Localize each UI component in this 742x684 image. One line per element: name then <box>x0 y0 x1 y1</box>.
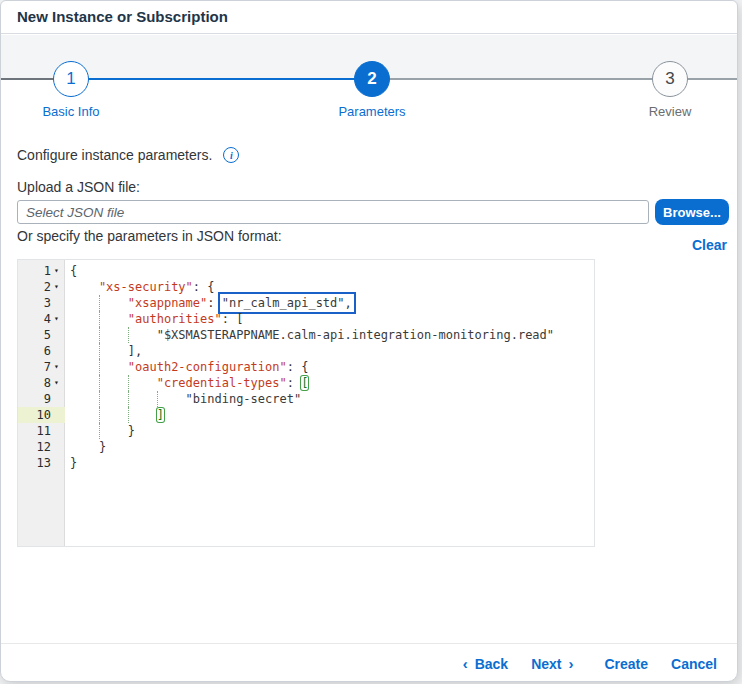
chevron-left-icon: ‹ <box>463 656 468 671</box>
new-instance-dialog: New Instance or Subscription 1 2 3 Basic… <box>0 0 738 682</box>
code-text: : [ <box>222 312 244 326</box>
fold-arrow-icon[interactable]: ▾ <box>51 311 62 327</box>
line-number: 12 <box>37 439 51 455</box>
code-text: } <box>99 440 106 454</box>
line-number: 13 <box>37 455 51 471</box>
gutter-cell: 2▾ <box>18 279 65 295</box>
dialog-footer: ‹ Back Next › Create Cancel <box>1 643 737 682</box>
clear-link[interactable]: Clear <box>692 237 727 253</box>
code-text: : <box>287 376 301 390</box>
line-number: 11 <box>37 423 51 439</box>
indent-guide <box>99 295 128 311</box>
code-text: } <box>128 424 135 438</box>
editor-lines: 1▾{2▾"xs-security": {3"xsappname": "nr_c… <box>18 263 594 471</box>
indent-guide <box>99 343 128 359</box>
code-line: 7▾"oauth2-configuration": { <box>18 359 594 375</box>
step-label-basic-info[interactable]: Basic Info <box>42 104 99 119</box>
indent <box>70 279 99 295</box>
gutter-cell: 10 <box>18 407 65 423</box>
gutter-cell: 5 <box>18 327 65 343</box>
next-button[interactable]: Next › <box>531 656 573 672</box>
code-content: ] <box>65 407 164 423</box>
line-number: 5 <box>44 327 51 343</box>
indent <box>70 407 99 423</box>
indent-guide <box>99 407 128 423</box>
code-content: "oauth2-configuration": { <box>65 359 308 375</box>
wizard-track-completed <box>53 78 372 80</box>
json-string: "binding-secret" <box>186 392 302 406</box>
code-text: } <box>70 456 77 470</box>
step-circle-basic-info[interactable]: 1 <box>53 61 89 97</box>
line-number: 1 <box>44 263 51 279</box>
line-number: 7 <box>44 359 51 375</box>
fold-arrow-icon[interactable]: ▾ <box>51 279 62 295</box>
browse-button[interactable]: Browse... <box>655 199 729 225</box>
code-line: 13} <box>18 455 594 471</box>
code-line: 2▾"xs-security": { <box>18 279 594 295</box>
code-line: 11} <box>18 423 594 439</box>
indent <box>70 423 99 439</box>
gutter-cell: 8▾ <box>18 375 65 391</box>
code-line: 10] <box>18 407 594 423</box>
gutter-cell: 7▾ <box>18 359 65 375</box>
highlighted-value: "nr_calm_api_std", <box>222 296 352 310</box>
step-label-parameters[interactable]: Parameters <box>338 104 405 119</box>
code-line: 8▾"credential-types": [ <box>18 375 594 391</box>
matching-bracket: ] <box>157 408 164 422</box>
back-button[interactable]: ‹ Back <box>463 656 508 672</box>
indent-guide <box>99 359 128 375</box>
cancel-button[interactable]: Cancel <box>671 656 717 672</box>
gutter-cell: 9 <box>18 391 65 407</box>
code-line: 1▾{ <box>18 263 594 279</box>
step-circle-parameters[interactable]: 2 <box>354 61 390 97</box>
indent-guide <box>128 375 157 391</box>
indent-guide <box>99 391 128 407</box>
code-line: 4▾"authorities": [ <box>18 311 594 327</box>
info-icon[interactable]: i <box>223 147 239 163</box>
code-content: } <box>65 423 135 439</box>
dialog-header: New Instance or Subscription <box>1 1 737 34</box>
code-line: 9"binding-secret" <box>18 391 594 407</box>
instructions-text: Configure instance parameters. <box>17 147 212 163</box>
code-text: : { <box>287 360 309 374</box>
code-content: "$XSMASTERAPPNAME.calm-api.integration-m… <box>65 327 554 343</box>
line-number: 3 <box>44 295 51 311</box>
fold-arrow-icon[interactable]: ▾ <box>51 359 62 375</box>
json-key: "credential-types" <box>157 376 287 390</box>
code-content: "xs-security": { <box>65 279 215 295</box>
code-line: 3"xsappname": "nr_calm_api_std", <box>18 295 594 311</box>
json-key: "xs-security" <box>99 280 193 294</box>
code-text: { <box>70 264 77 278</box>
code-content: } <box>65 439 106 455</box>
line-number: 4 <box>44 311 51 327</box>
indent <box>70 327 99 343</box>
step-label-review[interactable]: Review <box>649 104 692 119</box>
json-string: "$XSMASTERAPPNAME.calm-api.integration-m… <box>157 328 554 342</box>
gutter-cell: 6 <box>18 343 65 359</box>
indent <box>70 311 99 327</box>
code-content: { <box>65 263 77 279</box>
json-code-editor[interactable]: 1▾{2▾"xs-security": {3"xsappname": "nr_c… <box>17 259 595 547</box>
code-line: 12} <box>18 439 594 455</box>
line-number: 6 <box>44 343 51 359</box>
code-content: "xsappname": "nr_calm_api_std", <box>65 295 352 311</box>
create-button[interactable]: Create <box>604 656 648 672</box>
json-key: "xsappname" <box>128 296 207 310</box>
indent-guide <box>99 423 128 439</box>
indent-guide <box>99 311 128 327</box>
gutter-cell: 13 <box>18 455 65 471</box>
line-number: 9 <box>44 391 51 407</box>
fold-arrow-icon[interactable]: ▾ <box>51 375 62 391</box>
json-key: "oauth2-configuration" <box>128 360 287 374</box>
indent <box>70 375 99 391</box>
code-line: 5"$XSMASTERAPPNAME.calm-api.integration-… <box>18 327 594 343</box>
step-circle-review[interactable]: 3 <box>652 61 688 97</box>
instructions-row: Configure instance parameters. i <box>17 147 239 163</box>
code-content: "credential-types": [ <box>65 375 308 391</box>
indent <box>70 391 99 407</box>
dialog-title: New Instance or Subscription <box>1 1 737 33</box>
upload-label: Upload a JSON file: <box>17 179 140 195</box>
json-file-input[interactable] <box>17 200 649 224</box>
json-key: "authorities" <box>128 312 222 326</box>
fold-arrow-icon[interactable]: ▾ <box>51 263 62 279</box>
